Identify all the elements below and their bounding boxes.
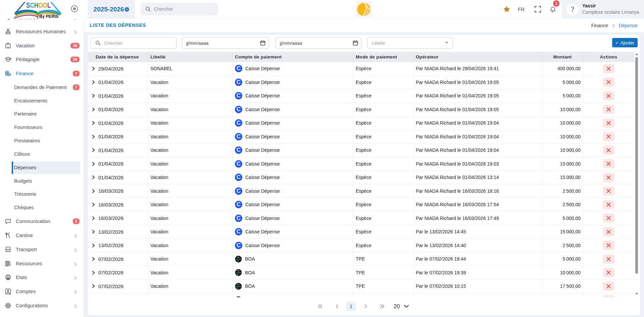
svg-text:L: L: [47, 1, 51, 9]
svg-text:S: S: [26, 1, 30, 9]
svg-text:O: O: [38, 1, 43, 9]
svg-text:By PERIS: By PERIS: [39, 14, 58, 19]
svg-text:C: C: [30, 1, 34, 9]
svg-text:O: O: [43, 1, 47, 9]
svg-text:H: H: [34, 1, 38, 9]
